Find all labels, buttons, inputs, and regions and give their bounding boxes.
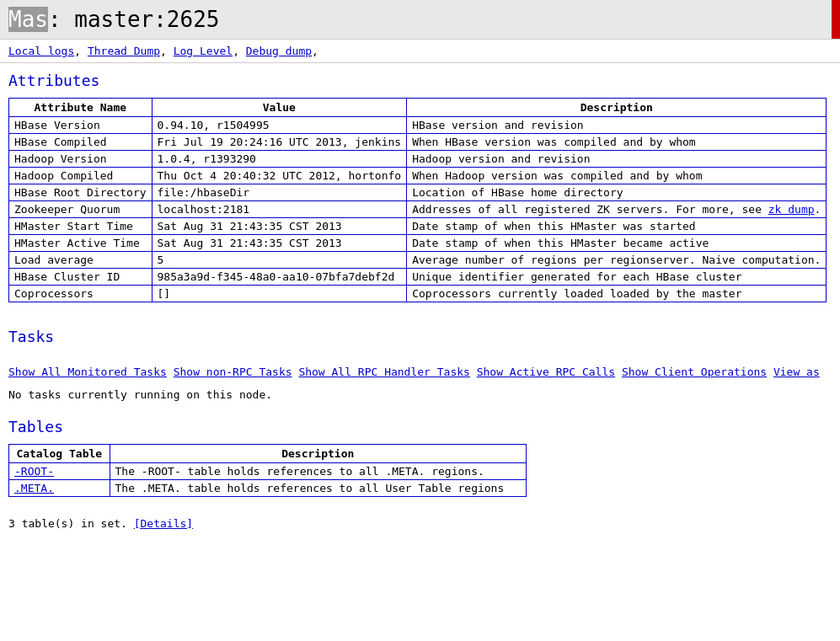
table-row: Hadoop CompiledThu Oct 4 20:40:32 UTC 20… — [9, 168, 827, 184]
attr-value-cell: Sat Aug 31 21:43:35 CST 2013 — [152, 235, 407, 252]
table-row: HMaster Start TimeSat Aug 31 21:43:35 CS… — [9, 218, 827, 235]
attr-name-cell: Hadoop Compiled — [9, 168, 152, 184]
attr-value-cell: 985a3a9d-f345-48a0-aa10-07bfa7debf2d — [152, 269, 407, 286]
zk-dump-link[interactable]: zk dump — [768, 203, 815, 216]
catalog-name-cell: -ROOT- — [9, 463, 110, 480]
attr-name-cell: Hadoop Version — [9, 151, 152, 168]
no-tasks-message: No tasks currently running on this node. — [0, 385, 840, 409]
attr-desc-cell: Location of HBase home directory — [407, 184, 827, 201]
attr-name-cell: HMaster Start Time — [9, 218, 152, 235]
tasks-title: Tasks — [8, 328, 832, 345]
table-row: HBase CompiledFri Jul 19 20:24:16 UTC 20… — [9, 134, 827, 151]
tasks-section: Tasks — [0, 319, 840, 362]
table-row: Hadoop Version1.0.4, r1393290Hadoop vers… — [9, 151, 827, 168]
attributes-table: Attribute Name Value Description HBase V… — [8, 98, 827, 302]
attr-desc-cell: Average number of regions per regionserv… — [407, 252, 827, 269]
table-row: HBase Root Directoryfile:/hbaseDirLocati… — [9, 184, 827, 201]
attr-desc-cell: HBase version and revision — [407, 117, 827, 134]
view-as[interactable]: View as — [773, 366, 820, 378]
attr-name-cell: HBase Compiled — [9, 134, 152, 151]
table-row: HMaster Active TimeSat Aug 31 21:43:35 C… — [9, 235, 827, 252]
catalog-name-cell: .META. — [9, 480, 110, 497]
nav-bar: Local logs, Thread Dump, Log Level, Debu… — [0, 40, 840, 63]
nav-local-logs[interactable]: Local logs — [8, 45, 74, 57]
tables-section: Tables Catalog Table Description -ROOT-T… — [0, 409, 840, 514]
attr-value-cell: file:/hbaseDir — [152, 184, 407, 201]
nav-debug-dump[interactable]: Debug dump — [246, 45, 312, 57]
tables-title: Tables — [8, 418, 832, 435]
catalog-table-link[interactable]: .META. — [14, 482, 54, 494]
table-row: -ROOT-The -ROOT- table holds references … — [9, 463, 527, 480]
attr-desc-cell: When Hadoop version was compiled and by … — [407, 168, 827, 184]
table-count: 3 table(s) in set. [Details] — [0, 514, 840, 533]
col-description: Description — [407, 99, 827, 117]
attr-value-cell: Sat Aug 31 21:43:35 CST 2013 — [152, 218, 407, 235]
col-catalog-table: Catalog Table — [9, 445, 110, 463]
attr-value-cell: localhost:2181 — [152, 201, 407, 218]
table-row: Zookeeper Quorumlocalhost:2181Addresses … — [9, 201, 827, 218]
catalog-desc-cell: The -ROOT- table holds references to all… — [110, 463, 527, 480]
details-link[interactable]: [Details] — [134, 517, 193, 530]
catalog-table: Catalog Table Description -ROOT-The -ROO… — [8, 444, 527, 497]
show-all-rpc-handler-tasks[interactable]: Show All RPC Handler Tasks — [298, 366, 470, 378]
show-all-monitored-tasks[interactable]: Show All Monitored Tasks — [8, 366, 167, 378]
title-highlighted: Mas — [8, 7, 48, 32]
attr-name-cell: Load average — [9, 252, 152, 269]
attr-value-cell: 1.0.4, r1393290 — [152, 151, 407, 168]
page-title: Mas: master:2625 — [8, 7, 832, 32]
attr-value-cell: Fri Jul 19 20:24:16 UTC 2013, jenkins — [152, 134, 407, 151]
title-text: : master:2625 — [48, 7, 220, 32]
attr-desc-cell: Date stamp of when this HMaster became a… — [407, 235, 827, 252]
red-bar — [832, 0, 840, 39]
nav-thread-dump[interactable]: Thread Dump — [88, 45, 160, 57]
attr-name-cell: Coprocessors — [9, 286, 152, 302]
catalog-table-link[interactable]: -ROOT- — [14, 465, 54, 478]
col-catalog-description: Description — [110, 445, 527, 463]
attr-desc-cell: Addresses of all registered ZK servers. … — [407, 201, 827, 218]
col-value: Value — [152, 99, 407, 117]
show-active-rpc-calls[interactable]: Show Active RPC Calls — [477, 366, 615, 378]
catalog-desc-cell: The .META. table holds references to all… — [110, 480, 527, 497]
attr-value-cell: [] — [152, 286, 407, 302]
attr-value-cell: 0.94.10, r1504995 — [152, 117, 407, 134]
table-count-text: 3 table(s) in set. — [8, 517, 134, 530]
table-row: Load average5Average number of regions p… — [9, 252, 827, 269]
attr-name-cell: HBase Cluster ID — [9, 269, 152, 286]
show-non-rpc-tasks[interactable]: Show non-RPC Tasks — [174, 366, 292, 378]
tasks-links: Show All Monitored Tasks Show non-RPC Ta… — [0, 362, 840, 385]
attr-desc-cell: Hadoop version and revision — [407, 151, 827, 168]
table-row: HBase Version0.94.10, r1504995HBase vers… — [9, 117, 827, 134]
nav-log-level[interactable]: Log Level — [174, 45, 233, 57]
attr-value-cell: 5 — [152, 252, 407, 269]
attr-desc-cell: Date stamp of when this HMaster was star… — [407, 218, 827, 235]
attr-name-cell: Zookeeper Quorum — [9, 201, 152, 218]
attr-name-cell: HBase Root Directory — [9, 184, 152, 201]
attr-desc-cell: Unique identifier generated for each HBa… — [407, 269, 827, 286]
attributes-table-header: Attribute Name Value Description — [9, 99, 827, 117]
table-row: .META.The .META. table holds references … — [9, 480, 527, 497]
attr-desc-cell: Coprocessors currently loaded loaded by … — [407, 286, 827, 302]
attributes-section: Attributes Attribute Name Value Descript… — [0, 63, 840, 319]
attributes-title: Attributes — [8, 72, 832, 89]
show-client-operations[interactable]: Show Client Operations — [622, 366, 767, 378]
attr-value-cell: Thu Oct 4 20:40:32 UTC 2012, hortonfo — [152, 168, 407, 184]
attr-name-cell: HMaster Active Time — [9, 235, 152, 252]
catalog-table-header: Catalog Table Description — [9, 445, 527, 463]
attr-name-cell: HBase Version — [9, 117, 152, 134]
table-row: Coprocessors[]Coprocessors currently loa… — [9, 286, 827, 302]
col-attr-name: Attribute Name — [9, 99, 152, 117]
header: Mas: master:2625 — [0, 0, 840, 40]
table-row: HBase Cluster ID985a3a9d-f345-48a0-aa10-… — [9, 269, 827, 286]
attr-desc-cell: When HBase version was compiled and by w… — [407, 134, 827, 151]
